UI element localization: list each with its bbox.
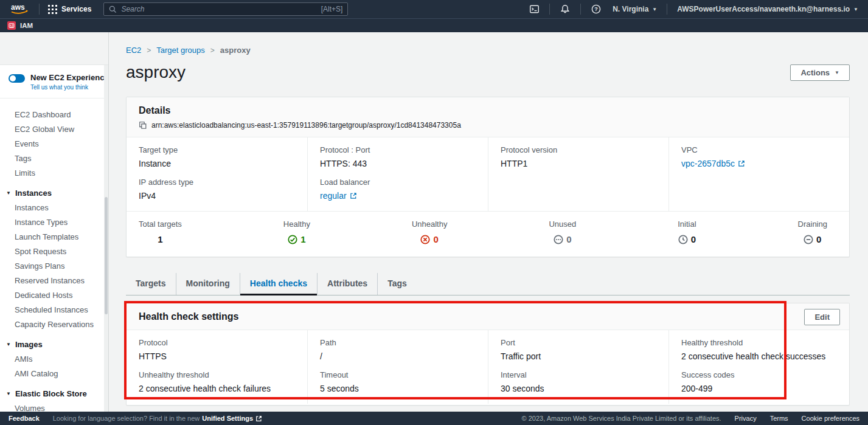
sidebar-item-reserved-instances[interactable]: Reserved Instances xyxy=(0,273,108,288)
stat-label: Unhealthy xyxy=(412,219,448,229)
region-label: N. Virginia xyxy=(613,5,648,13)
sidebar: New EC2 Experience Tell us what you thin… xyxy=(0,32,109,412)
services-label: Services xyxy=(61,5,91,13)
minus-circle-icon xyxy=(804,235,813,244)
section-header-label: Images xyxy=(15,340,43,349)
feedback-button[interactable]: Feedback xyxy=(9,415,40,422)
target-health-summary: Total targets 1 Healthy 1 Unhealthy xyxy=(127,211,849,257)
ellipsis-circle-icon xyxy=(554,235,563,244)
privacy-link[interactable]: Privacy xyxy=(735,415,757,422)
nav-divider xyxy=(549,4,550,15)
search-shortcut: [Alt+S] xyxy=(321,5,343,13)
help-button[interactable]: ? xyxy=(587,0,605,18)
breadcrumb-ec2[interactable]: EC2 xyxy=(126,46,141,55)
copyright-text: © 2023, Amazon Web Services India Privat… xyxy=(522,415,721,422)
toggle-knob xyxy=(10,75,16,81)
field-value: Traffic port xyxy=(501,351,656,361)
unified-settings-link[interactable]: Unified Settings xyxy=(202,415,262,422)
sidebar-item-ec2-dashboard[interactable]: EC2 Dashboard xyxy=(0,107,108,122)
load-balancer-link[interactable]: regular xyxy=(320,191,357,201)
tab-bar: Targets Monitoring Health checks Attribu… xyxy=(126,273,850,295)
new-experience-label: New EC2 Experience xyxy=(30,73,109,82)
caret-down-icon: ▼ xyxy=(6,342,11,347)
field-load-balancer: Load balancer regular xyxy=(308,178,488,201)
field-label: Interval xyxy=(501,370,656,379)
svg-text:aws: aws xyxy=(11,3,25,12)
tell-us-link[interactable]: Tell us what you think xyxy=(30,84,109,91)
sidebar-item-volumes[interactable]: Volumes xyxy=(0,401,108,412)
copy-icon[interactable] xyxy=(139,121,147,130)
sidebar-item-instance-types[interactable]: Instance Types xyxy=(0,215,108,229)
region-selector[interactable]: N. Virginia ▼ xyxy=(609,5,661,13)
sidebar-section-instances[interactable]: ▼ Instances xyxy=(0,185,108,200)
field-path: Path / xyxy=(308,338,488,361)
stat-value: 1 xyxy=(158,234,162,244)
sidebar-item-tags[interactable]: Tags xyxy=(0,151,108,165)
stat-label: Initial xyxy=(678,219,696,229)
tab-monitoring[interactable]: Monitoring xyxy=(176,273,240,295)
field-interval: Interval 30 seconds xyxy=(488,370,668,393)
field-protocol-port: Protocol : Port HTTPS: 443 xyxy=(308,145,488,168)
edit-button[interactable]: Edit xyxy=(804,309,840,325)
health-check-title: Health check settings xyxy=(139,311,837,322)
details-header: Details arn:aws:elasticloadbalancing:us-… xyxy=(127,97,849,137)
stat-unused: Unused 0 xyxy=(549,219,576,247)
tab-targets[interactable]: Targets xyxy=(126,273,176,295)
sidebar-section-images[interactable]: ▼ Images xyxy=(0,337,108,351)
global-search[interactable]: [Alt+S] xyxy=(103,2,348,16)
account-menu[interactable]: AWSPowerUserAccess/navaneeth.kn@harness.… xyxy=(673,5,862,13)
field-label: Protocol xyxy=(139,338,295,347)
services-menu[interactable]: Services xyxy=(46,5,94,14)
stat-initial: Initial 0 xyxy=(678,219,696,247)
stat-label: Unused xyxy=(549,219,576,229)
aws-logo[interactable]: aws xyxy=(6,2,33,16)
check-circle-icon xyxy=(288,235,297,244)
sidebar-section-elastic-block-store[interactable]: ▼ Elastic Block Store xyxy=(0,386,108,401)
sidebar-scrollbar[interactable] xyxy=(104,65,108,412)
sidebar-item-capacity-reservations[interactable]: Capacity Reservations xyxy=(0,317,108,331)
field-timeout: Timeout 5 seconds xyxy=(308,370,488,393)
cloudshell-button[interactable] xyxy=(525,0,543,18)
field-vpc: VPC vpc-2657db5c xyxy=(669,145,849,168)
search-icon xyxy=(109,5,117,13)
sidebar-item-spot-requests[interactable]: Spot Requests xyxy=(0,244,108,258)
notifications-button[interactable] xyxy=(556,0,574,18)
svg-text:?: ? xyxy=(594,6,598,12)
actions-button[interactable]: Actions ▼ xyxy=(790,64,850,81)
tab-health-checks[interactable]: Health checks xyxy=(240,273,318,295)
account-label: AWSPowerUserAccess/navaneeth.kn@harness.… xyxy=(677,5,850,13)
favorites-item-iam[interactable]: IAM xyxy=(20,22,33,29)
sidebar-item-ami-catalog[interactable]: AMI Catalog xyxy=(0,366,108,381)
section-header-label: Instances xyxy=(15,188,52,198)
sidebar-item-instances[interactable]: Instances xyxy=(0,200,108,215)
field-label: Port xyxy=(501,338,656,347)
field-value: 5 seconds xyxy=(320,384,476,393)
sidebar-item-dedicated-hosts[interactable]: Dedicated Hosts xyxy=(0,288,108,302)
sidebar-item-amis[interactable]: AMIs xyxy=(0,351,108,366)
vpc-link[interactable]: vpc-2657db5c xyxy=(681,159,745,168)
cloudshell-icon xyxy=(529,4,540,14)
tab-tags[interactable]: Tags xyxy=(378,273,417,295)
scrollbar-thumb[interactable] xyxy=(105,197,108,315)
terms-link[interactable]: Terms xyxy=(770,415,788,422)
sidebar-item-launch-templates[interactable]: Launch Templates xyxy=(0,229,108,244)
breadcrumb: EC2 > Target groups > asproxy xyxy=(126,46,850,55)
main-content: EC2 > Target groups > asproxy asproxy Ac… xyxy=(109,32,868,412)
caret-down-icon: ▼ xyxy=(835,70,839,75)
actions-label: Actions xyxy=(800,68,830,77)
sidebar-item-scheduled-instances[interactable]: Scheduled Instances xyxy=(0,302,108,317)
page-title: asproxy xyxy=(126,63,186,82)
caret-down-icon: ▼ xyxy=(6,190,11,196)
sidebar-item-events[interactable]: Events xyxy=(0,136,108,151)
sidebar-item-savings-plans[interactable]: Savings Plans xyxy=(0,258,108,273)
cookie-preferences-link[interactable]: Cookie preferences xyxy=(802,415,859,422)
tab-attributes[interactable]: Attributes xyxy=(318,273,378,295)
field-value: 2 consecutive health check failures xyxy=(139,384,295,393)
search-input[interactable] xyxy=(121,5,316,13)
breadcrumb-target-groups[interactable]: Target groups xyxy=(156,46,205,55)
new-experience-toggle[interactable] xyxy=(9,74,25,83)
sidebar-item-ec2-global-view[interactable]: EC2 Global View xyxy=(0,122,108,136)
external-link-icon xyxy=(350,192,357,199)
details-grid: Target type Instance IP address type IPv… xyxy=(127,137,849,211)
sidebar-item-limits[interactable]: Limits xyxy=(0,165,108,180)
